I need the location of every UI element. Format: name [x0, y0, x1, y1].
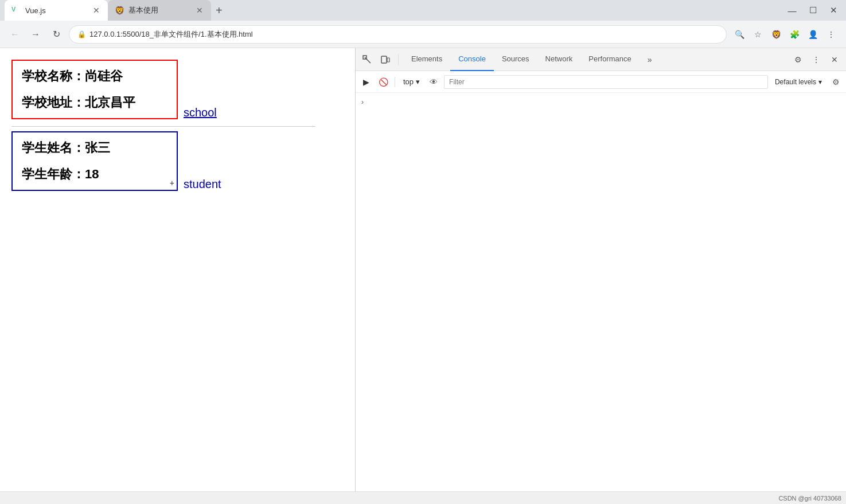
- console-context-label: top: [403, 77, 414, 86]
- student-name-value: 张三: [85, 140, 110, 155]
- devtools-close-button[interactable]: ✕: [826, 52, 843, 68]
- profile-button[interactable]: 👤: [805, 26, 821, 42]
- new-tab-button[interactable]: +: [211, 4, 227, 17]
- school-tag-label: school: [184, 106, 217, 119]
- title-bar: V Vue.js ✕ 🦁 基本使用 ✕ + — ☐ ✕: [0, 0, 846, 21]
- school-box: 学校名称：尚硅谷 学校地址：北京昌平: [11, 60, 178, 119]
- vuejs-favicon-icon: V: [11, 6, 21, 15]
- brave-icon-button[interactable]: 🦁: [768, 26, 784, 42]
- svg-rect-2: [381, 56, 387, 63]
- bottom-bar: CSDN @gri 40733068: [0, 491, 846, 504]
- more-tabs-button[interactable]: »: [642, 52, 658, 68]
- title-bar-controls: — ☐ ✕: [784, 2, 841, 18]
- tab-network[interactable]: Network: [537, 48, 581, 71]
- console-play-button[interactable]: ▶: [359, 75, 373, 89]
- school-name: 学校名称：尚硅谷: [22, 68, 167, 85]
- student-box: 学生姓名：张三 学生年龄：18 +: [11, 131, 178, 191]
- console-context-selector[interactable]: top ▾: [400, 76, 423, 87]
- tab-sources-label: Sources: [502, 54, 529, 63]
- back-button[interactable]: ←: [7, 26, 23, 42]
- tab-console-label: Console: [458, 54, 486, 63]
- reload-button[interactable]: ↻: [48, 26, 64, 42]
- page-content: 学校名称：尚硅谷 学校地址：北京昌平 school 学生姓名：张三 学: [0, 48, 355, 491]
- tab-sources[interactable]: Sources: [494, 48, 537, 71]
- student-age-label: 学生年龄：: [22, 167, 85, 181]
- lock-icon: 🔒: [77, 30, 86, 38]
- student-row: 学生姓名：张三 学生年龄：18 + student: [11, 131, 344, 191]
- devtools-tabs: Elements Console Sources Network Perform…: [403, 48, 787, 71]
- console-expand-chevron[interactable]: ›: [359, 97, 366, 107]
- student-name: 学生姓名：张三: [22, 139, 167, 157]
- console-levels-label: Default levels: [775, 78, 816, 86]
- console-eye-button[interactable]: 👁: [427, 75, 440, 89]
- divider: [11, 126, 315, 127]
- plus-sign-icon: +: [170, 178, 174, 187]
- school-addr-label: 学校地址：: [22, 95, 85, 110]
- tab-vuejs-close-icon[interactable]: ✕: [92, 6, 101, 15]
- forward-button[interactable]: →: [28, 26, 44, 42]
- console-levels-chevron-icon: ▾: [818, 78, 822, 86]
- devtools-toolbar-right: ⚙ ⋮ ✕: [790, 52, 843, 68]
- devtools-settings-button[interactable]: ⚙: [790, 52, 806, 68]
- devtools-toolbar: Elements Console Sources Network Perform…: [356, 48, 846, 71]
- brave-favicon-icon: 🦁: [115, 6, 124, 15]
- console-context-chevron-icon: ▾: [416, 77, 420, 86]
- url-bar[interactable]: 🔒 127.0.0.1:5500/18_非单文件组件/1.基本使用.html: [69, 25, 727, 44]
- school-name-value: 尚硅谷: [85, 69, 123, 83]
- menu-button[interactable]: ⋮: [823, 26, 839, 42]
- main-area: 学校名称：尚硅谷 学校地址：北京昌平 school 学生姓名：张三 学: [0, 48, 846, 491]
- devtools-panel: Elements Console Sources Network Perform…: [355, 48, 846, 491]
- tab-performance[interactable]: Performance: [580, 48, 639, 71]
- console-gear-button[interactable]: ⚙: [829, 75, 843, 89]
- console-levels-button[interactable]: Default levels ▾: [771, 77, 825, 87]
- inspect-element-button[interactable]: [359, 52, 375, 68]
- tab-performance-label: Performance: [588, 54, 631, 63]
- school-name-label: 学校名称：: [22, 69, 85, 83]
- console-filter-input[interactable]: [444, 75, 768, 89]
- tab-basic-label: 基本使用: [128, 5, 158, 15]
- tab-vuejs[interactable]: V Vue.js ✕: [5, 0, 108, 21]
- student-age: 学生年龄：18: [22, 166, 167, 183]
- school-addr-value: 北京昌平: [85, 95, 135, 110]
- address-bar: ← → ↻ 🔒 127.0.0.1:5500/18_非单文件组件/1.基本使用.…: [0, 21, 846, 48]
- student-name-label: 学生姓名：: [22, 140, 85, 155]
- extensions-button[interactable]: 🧩: [786, 26, 802, 42]
- browser-window: V Vue.js ✕ 🦁 基本使用 ✕ + — ☐ ✕ ← → ↻ 🔒 127.…: [0, 0, 846, 504]
- url-text: 127.0.0.1:5500/18_非单文件组件/1.基本使用.html: [89, 29, 253, 40]
- zoom-button[interactable]: 🔍: [731, 26, 747, 42]
- title-bar-right: — ☐ ✕: [779, 2, 841, 18]
- star-button[interactable]: ☆: [750, 26, 766, 42]
- tab-console[interactable]: Console: [450, 48, 494, 71]
- devtools-more-button[interactable]: ⋮: [808, 52, 824, 68]
- address-bar-right: 🔍 ☆ 🦁 🧩 👤 ⋮: [731, 26, 839, 42]
- toolbar-divider: [398, 54, 399, 65]
- tab-basic[interactable]: 🦁 基本使用 ✕: [108, 0, 211, 21]
- tab-network-label: Network: [545, 54, 573, 63]
- maximize-button[interactable]: ☐: [805, 2, 821, 18]
- tab-basic-close-icon[interactable]: ✕: [195, 6, 204, 15]
- devtools-console-bar: ▶ 🚫 top ▾ 👁 Default levels ▾ ⚙: [356, 71, 846, 93]
- csdn-notice: CSDN @gri 40733068: [778, 495, 841, 502]
- svg-rect-3: [387, 58, 389, 62]
- minimize-button[interactable]: —: [784, 2, 800, 18]
- device-toolbar-button[interactable]: [377, 52, 393, 68]
- tab-vuejs-label: Vue.js: [25, 6, 46, 15]
- student-age-value: 18: [85, 167, 99, 181]
- console-separator: [395, 77, 395, 87]
- school-addr: 学校地址：北京昌平: [22, 94, 167, 111]
- svg-line-1: [365, 57, 371, 63]
- tab-elements[interactable]: Elements: [403, 48, 450, 71]
- student-tag-label: student: [184, 178, 221, 191]
- school-row: 学校名称：尚硅谷 学校地址：北京昌平 school: [11, 60, 344, 119]
- tab-elements-label: Elements: [411, 54, 442, 63]
- console-stop-button[interactable]: 🚫: [376, 75, 390, 89]
- devtools-content: ›: [356, 93, 846, 491]
- close-button[interactable]: ✕: [825, 2, 841, 18]
